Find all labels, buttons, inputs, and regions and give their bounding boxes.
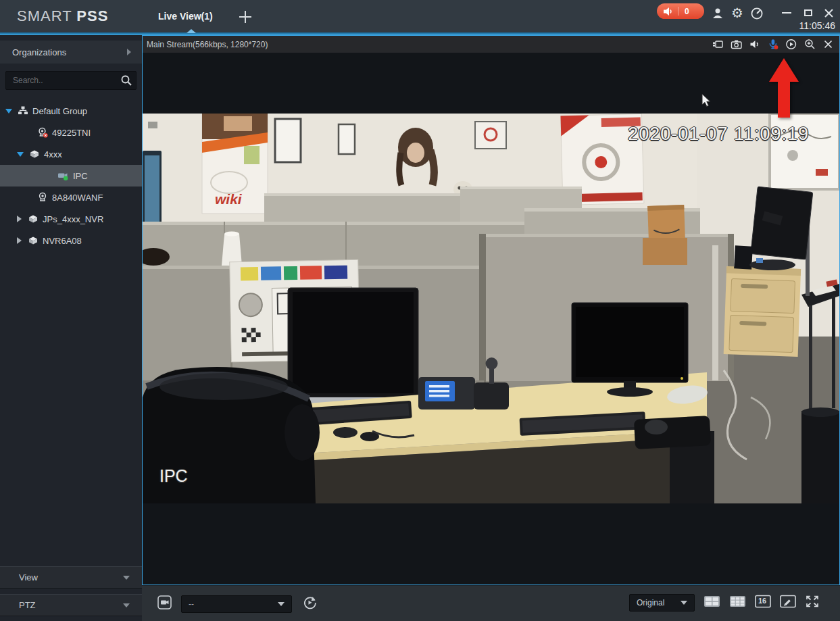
custom-split-button[interactable] [780,595,796,611]
tree-item-8a840wanf[interactable]: 8A840WANF [0,187,142,208]
grid-4-icon [703,595,720,608]
split-16-button[interactable]: 16 [755,595,771,611]
grid-9-icon [729,595,746,608]
liveview-bottom-toolbar: -- Original [142,585,840,621]
camera-video-frame: wiki [143,114,839,503]
pencil-icon [780,595,796,608]
nvr-device-icon [29,149,40,159]
logo-pss: PSS [76,7,108,24]
nvr-device-icon [28,235,39,246]
zoom-in-icon [804,39,816,50]
dropdown-caret-icon [278,602,285,606]
organizations-label: Organizations [12,47,66,57]
ptz-accordion-header[interactable]: PTZ [0,594,142,616]
chevron-right-icon [127,49,131,55]
camera-offline-icon [37,127,48,138]
video-pane-1[interactable]: Main Stream(566kbps, 1280*720) [142,35,840,585]
split-9-button[interactable] [729,595,746,611]
device-search [5,71,137,90]
minimize-icon [782,12,791,14]
record-button[interactable] [712,39,724,51]
poster-text: wiki [215,191,243,207]
tree-item-label: 49225TNI [52,128,91,138]
speaker-icon [749,39,760,50]
annotation-arrow-icon [768,58,799,118]
talk-button-active[interactable] [767,39,779,51]
view-preset-dropdown[interactable]: -- [181,595,292,613]
tree-item-label: 8A840WANF [52,193,103,203]
nvr-device-icon [28,214,39,224]
view-accordion-header[interactable]: View [0,566,142,589]
dropdown-caret-icon [681,601,687,605]
minimize-button[interactable] [779,5,795,20]
gear-icon: ⚙ [731,6,743,20]
save-view-button[interactable] [157,595,172,612]
device-sidebar: Organizations Default Group [0,35,142,621]
video-pane-toolbar [712,39,834,51]
alarm-speaker-icon [662,6,673,17]
close-window-button[interactable] [820,5,837,20]
expanded-arrow-icon[interactable] [5,109,12,114]
view-preset-value: -- [189,599,194,609]
organization-group-icon [18,105,28,116]
tree-item-label: NVR6A08 [43,236,82,246]
tree-item-4xxx[interactable]: 4xxx [0,143,142,165]
tree-item-label: 4xxx [44,149,62,159]
scale-value: Original [637,598,664,607]
performance-monitor-button[interactable] [749,5,765,20]
tree-item-49225tni[interactable]: 49225TNI [0,122,142,143]
collapsed-arrow-icon[interactable] [17,216,22,222]
alarm-count-badge: 0 [685,7,689,16]
tree-item-label: Default Group [32,106,87,116]
digital-zoom-button[interactable] [804,39,816,51]
settings-button[interactable]: ⚙ [729,5,745,20]
close-icon [823,39,833,49]
gauge-icon [749,6,764,20]
scale-dropdown[interactable]: Original [629,594,695,612]
maximize-button[interactable] [800,5,816,20]
expanded-arrow-icon[interactable] [17,152,24,157]
fullscreen-icon [805,595,820,608]
device-tree: Default Group 49225TNI [0,100,142,251]
active-tab-notch [187,29,196,33]
alarm-center-button[interactable]: 0 [657,3,704,19]
chevron-down-icon [123,603,130,607]
snapshot-button[interactable] [731,39,743,51]
audio-button[interactable] [749,39,761,51]
video-osd-timestamp: 2020-01-07 11:09:19 [628,124,809,145]
camera-icon [37,192,48,203]
search-icon[interactable] [120,74,132,86]
mouse-cursor [701,93,715,108]
tree-item-nvr6a08[interactable]: NVR6A08 [0,230,142,251]
search-input[interactable] [5,71,137,90]
tour-refresh-icon [303,595,318,610]
tree-item-label: IPC [73,171,88,181]
stream-info: Main Stream(566kbps, 1280*720) [147,40,268,49]
view-label: View [19,572,38,582]
split-4-button[interactable] [703,595,720,611]
tree-item-jps-4xxx-nvr[interactable]: JPs_4xxx_NVR [0,208,142,230]
maximize-icon [804,9,812,16]
view-tour-button[interactable] [303,595,318,613]
instant-playback-button[interactable] [785,39,797,51]
close-icon [824,8,834,18]
user-account-button[interactable] [710,5,726,20]
smartpss-window: SMART PSS Live View(1) 0 ⚙ [0,0,840,621]
tree-item-ipc[interactable]: IPC [0,165,142,187]
title-bar: SMART PSS Live View(1) 0 ⚙ [0,0,840,32]
organizations-header[interactable]: Organizations [0,41,142,64]
ptz-label: PTZ [19,600,36,610]
layout-tools: Original [629,594,820,612]
plus-icon [237,8,254,26]
tree-item-label: JPs_4xxx_NVR [43,214,103,224]
tab-live-view[interactable]: Live View(1) [146,0,225,32]
logo-smart: SMART [17,7,72,24]
live-view-workspace: Main Stream(566kbps, 1280*720) [142,35,840,621]
collapsed-arrow-icon[interactable] [17,237,22,244]
add-tab-button[interactable] [237,8,254,26]
close-video-button[interactable] [822,39,834,51]
fullscreen-button[interactable] [805,595,820,611]
tree-item-default-group[interactable]: Default Group [0,100,142,122]
camera-name-overlay: IPC [159,466,188,486]
system-clock: 11:05:46 [799,20,835,31]
